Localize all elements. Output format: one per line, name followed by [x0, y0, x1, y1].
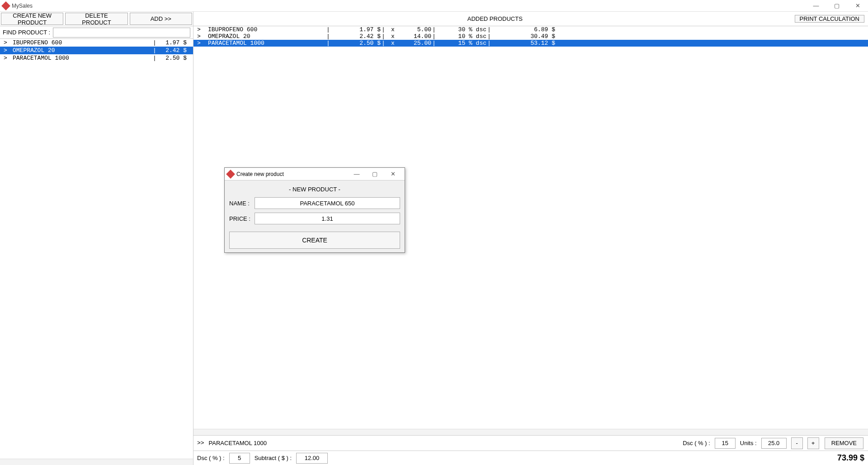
- window-minimize-button[interactable]: —: [806, 0, 826, 12]
- product-name: IBUPROFENO 600: [13, 39, 151, 46]
- selected-item-bar: >> PARACETAMOL 1000 Dsc ( % ) : Units : …: [193, 435, 868, 451]
- grand-total: 73.99 $: [837, 453, 864, 463]
- product-row[interactable]: >PARACETAMOL 1000 |2.50 $: [0, 54, 193, 62]
- product-row[interactable]: >IBUPROFENO 600 |1.97 $: [0, 39, 193, 47]
- dialog-create-button[interactable]: CREATE: [229, 232, 400, 249]
- added-qty: 25.00: [400, 40, 431, 47]
- total-dsc-input[interactable]: [229, 453, 250, 464]
- selected-dsc-input[interactable]: [715, 438, 736, 449]
- find-input[interactable]: [53, 28, 190, 38]
- added-row[interactable]: >IBUPROFENO 600|1.97 $|x5.00|30 % dsc|6.…: [193, 26, 868, 33]
- added-row[interactable]: >OMEPRAZOL 20|2.42 $|x14.00|10 % dsc|30.…: [193, 33, 868, 40]
- added-name: OMEPRAZOL 20: [208, 33, 326, 40]
- added-name: PARACETAMOL 1000: [208, 40, 326, 47]
- product-list[interactable]: >IBUPROFENO 600 |1.97 $>OMEPRAZOL 20 |2.…: [0, 39, 193, 459]
- added-total: 6.89 $: [492, 26, 555, 33]
- dialog-price-input[interactable]: [255, 213, 400, 224]
- app-title: MySales: [12, 3, 33, 9]
- product-price: 2.42 $: [158, 47, 189, 54]
- added-discount: 15 % dsc: [437, 40, 486, 47]
- added-row[interactable]: >PARACETAMOL 1000|2.50 $|x25.00|15 % dsc…: [193, 40, 868, 47]
- added-price: 2.50 $: [331, 40, 381, 47]
- remove-item-button[interactable]: REMOVE: [825, 437, 863, 449]
- added-qty: 14.00: [400, 33, 431, 40]
- right-toolbar: ADDED PRODUCTS PRINT CALCULATION: [193, 12, 868, 26]
- left-horizontal-scroll[interactable]: [0, 459, 193, 465]
- added-name: IBUPROFENO 600: [208, 26, 326, 33]
- right-horizontal-scroll[interactable]: [193, 429, 868, 435]
- app-icon: [1, 1, 10, 10]
- added-total: 30.49 $: [492, 33, 555, 40]
- product-name: PARACETAMOL 1000: [13, 55, 151, 62]
- added-products-heading: ADDED PRODUCTS: [196, 15, 794, 22]
- dialog-minimize-button[interactable]: —: [348, 168, 366, 180]
- window-close-button[interactable]: ✕: [847, 0, 868, 12]
- find-label: FIND PRODUCT :: [3, 29, 50, 36]
- dialog-title: Create new product: [236, 171, 348, 177]
- left-pane: CREATE NEW PRODUCT DELETE PRODUCT ADD >>…: [0, 12, 193, 465]
- print-calculation-button[interactable]: PRINT CALCULATION: [795, 15, 864, 23]
- title-bar: MySales — ▢ ✕: [0, 0, 868, 12]
- total-subtract-label: Subtract ( $ ) :: [255, 455, 292, 461]
- dialog-maximize-button[interactable]: ▢: [366, 168, 384, 180]
- selected-dsc-label: Dsc ( % ) :: [683, 440, 710, 446]
- dialog-title-bar[interactable]: Create new product — ▢ ✕: [225, 168, 405, 180]
- dialog-name-input[interactable]: [255, 197, 400, 209]
- added-price: 2.42 $: [331, 33, 381, 40]
- product-price: 1.97 $: [158, 39, 189, 46]
- create-product-dialog: Create new product — ▢ ✕ - NEW PRODUCT -…: [224, 167, 405, 253]
- selected-units-label: Units :: [740, 440, 757, 446]
- dialog-close-button[interactable]: ✕: [384, 168, 402, 180]
- total-subtract-input[interactable]: [296, 453, 328, 464]
- left-toolbar: CREATE NEW PRODUCT DELETE PRODUCT ADD >>: [0, 12, 193, 26]
- added-total: 53.12 $: [492, 40, 555, 47]
- units-increment-button[interactable]: +: [807, 437, 819, 449]
- added-qty: 5.00: [400, 26, 431, 33]
- total-dsc-label: Dsc ( % ) :: [197, 455, 225, 461]
- product-row[interactable]: >OMEPRAZOL 20 |2.42 $: [0, 47, 193, 54]
- find-row: FIND PRODUCT :: [0, 26, 193, 39]
- dialog-name-label: NAME :: [229, 200, 252, 207]
- window-maximize-button[interactable]: ▢: [826, 0, 847, 12]
- add-product-button[interactable]: ADD >>: [130, 13, 192, 25]
- selected-units-input[interactable]: [761, 438, 787, 449]
- added-discount: 30 % dsc: [437, 26, 486, 33]
- added-price: 1.97 $: [331, 26, 381, 33]
- product-price: 2.50 $: [158, 55, 189, 62]
- selected-chevrons: >>: [197, 440, 204, 446]
- delete-product-button[interactable]: DELETE PRODUCT: [65, 13, 127, 25]
- totals-bar: Dsc ( % ) : Subtract ( $ ) : 73.99 $: [193, 451, 868, 465]
- selected-item-name: PARACETAMOL 1000: [209, 440, 267, 446]
- product-name: OMEPRAZOL 20: [13, 47, 151, 54]
- units-decrement-button[interactable]: -: [791, 437, 803, 449]
- dialog-price-label: PRICE :: [229, 215, 252, 222]
- dialog-heading: - NEW PRODUCT -: [229, 186, 400, 193]
- added-discount: 10 % dsc: [437, 33, 486, 40]
- create-product-button[interactable]: CREATE NEW PRODUCT: [1, 13, 63, 25]
- dialog-app-icon: [226, 170, 235, 179]
